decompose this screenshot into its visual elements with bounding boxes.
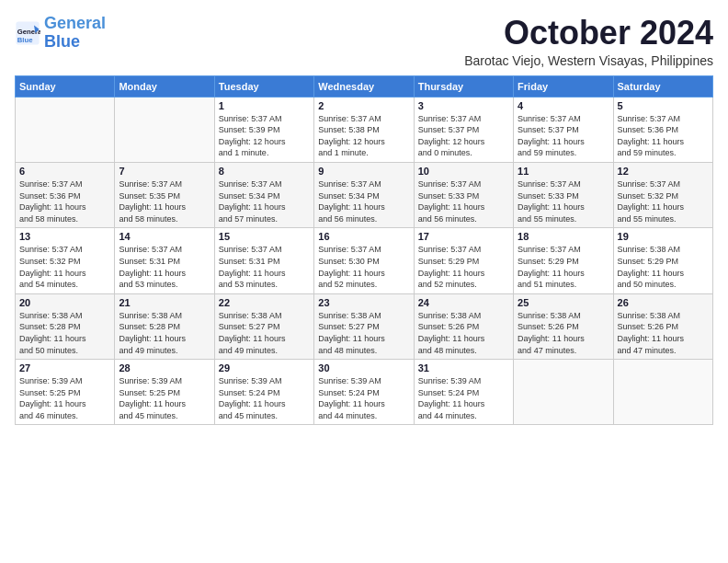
day-header-friday: Friday xyxy=(514,75,613,97)
day-info: Sunrise: 5:39 AMSunset: 5:24 PMDaylight:… xyxy=(318,375,409,421)
calendar-cell xyxy=(16,97,115,162)
logo: General Blue GeneralBlue xyxy=(15,15,106,52)
day-info: Sunrise: 5:37 AMSunset: 5:31 PMDaylight:… xyxy=(119,244,210,290)
day-info: Sunrise: 5:39 AMSunset: 5:24 PMDaylight:… xyxy=(219,375,310,421)
day-header-tuesday: Tuesday xyxy=(214,75,313,97)
day-header-sunday: Sunday xyxy=(16,75,115,97)
day-info: Sunrise: 5:37 AMSunset: 5:29 PMDaylight:… xyxy=(418,244,509,290)
day-number: 17 xyxy=(418,231,509,242)
calendar-cell xyxy=(115,97,214,162)
day-info: Sunrise: 5:39 AMSunset: 5:24 PMDaylight:… xyxy=(418,375,509,421)
svg-text:Blue: Blue xyxy=(17,36,33,44)
day-number: 25 xyxy=(518,297,609,308)
day-number: 3 xyxy=(418,100,509,111)
day-number: 29 xyxy=(219,362,310,373)
calendar-cell: 20Sunrise: 5:38 AMSunset: 5:28 PMDayligh… xyxy=(16,293,115,359)
month-title: October 2024 xyxy=(464,15,713,52)
day-number: 6 xyxy=(19,166,110,177)
calendar-cell: 13Sunrise: 5:37 AMSunset: 5:32 PMDayligh… xyxy=(16,228,115,293)
calendar-cell: 29Sunrise: 5:39 AMSunset: 5:24 PMDayligh… xyxy=(214,360,313,425)
day-number: 18 xyxy=(518,231,609,242)
calendar-cell xyxy=(514,360,613,425)
day-info: Sunrise: 5:37 AMSunset: 5:32 PMDaylight:… xyxy=(618,178,709,224)
day-info: Sunrise: 5:38 AMSunset: 5:26 PMDaylight:… xyxy=(618,310,709,356)
day-number: 19 xyxy=(618,231,709,242)
day-info: Sunrise: 5:37 AMSunset: 5:37 PMDaylight:… xyxy=(518,113,609,159)
calendar-cell: 15Sunrise: 5:37 AMSunset: 5:31 PMDayligh… xyxy=(214,228,313,293)
calendar-cell: 28Sunrise: 5:39 AMSunset: 5:25 PMDayligh… xyxy=(115,360,214,425)
day-info: Sunrise: 5:38 AMSunset: 5:28 PMDaylight:… xyxy=(19,310,110,356)
calendar-cell: 23Sunrise: 5:38 AMSunset: 5:27 PMDayligh… xyxy=(314,293,414,359)
calendar-cell: 9Sunrise: 5:37 AMSunset: 5:34 PMDaylight… xyxy=(314,162,414,227)
calendar-week-3: 13Sunrise: 5:37 AMSunset: 5:32 PMDayligh… xyxy=(16,228,713,293)
day-info: Sunrise: 5:37 AMSunset: 5:35 PMDaylight:… xyxy=(119,178,210,224)
day-info: Sunrise: 5:37 AMSunset: 5:37 PMDaylight:… xyxy=(418,113,509,159)
day-number: 22 xyxy=(219,297,310,308)
calendar-cell: 3Sunrise: 5:37 AMSunset: 5:37 PMDaylight… xyxy=(414,97,513,162)
calendar-cell: 6Sunrise: 5:37 AMSunset: 5:36 PMDaylight… xyxy=(16,162,115,227)
day-info: Sunrise: 5:37 AMSunset: 5:34 PMDaylight:… xyxy=(219,178,310,224)
day-info: Sunrise: 5:37 AMSunset: 5:36 PMDaylight:… xyxy=(618,113,709,159)
day-info: Sunrise: 5:38 AMSunset: 5:26 PMDaylight:… xyxy=(418,310,509,356)
title-block: October 2024 Barotac Viejo, Western Visa… xyxy=(464,15,713,68)
calendar-cell xyxy=(613,360,712,425)
day-number: 31 xyxy=(418,362,509,373)
calendar-cell: 19Sunrise: 5:38 AMSunset: 5:29 PMDayligh… xyxy=(613,228,712,293)
day-number: 12 xyxy=(618,166,709,177)
calendar-cell: 8Sunrise: 5:37 AMSunset: 5:34 PMDaylight… xyxy=(214,162,313,227)
day-number: 11 xyxy=(518,166,609,177)
calendar-cell: 7Sunrise: 5:37 AMSunset: 5:35 PMDaylight… xyxy=(115,162,214,227)
calendar-week-4: 20Sunrise: 5:38 AMSunset: 5:28 PMDayligh… xyxy=(16,293,713,359)
calendar-week-5: 27Sunrise: 5:39 AMSunset: 5:25 PMDayligh… xyxy=(16,360,713,425)
day-info: Sunrise: 5:37 AMSunset: 5:31 PMDaylight:… xyxy=(219,244,310,290)
day-info: Sunrise: 5:37 AMSunset: 5:33 PMDaylight:… xyxy=(518,178,609,224)
day-header-wednesday: Wednesday xyxy=(314,75,414,97)
page-header: General Blue GeneralBlue October 2024 Ba… xyxy=(15,15,713,68)
calendar-cell: 16Sunrise: 5:37 AMSunset: 5:30 PMDayligh… xyxy=(314,228,414,293)
calendar-cell: 11Sunrise: 5:37 AMSunset: 5:33 PMDayligh… xyxy=(514,162,613,227)
calendar-cell: 4Sunrise: 5:37 AMSunset: 5:37 PMDaylight… xyxy=(514,97,613,162)
day-number: 24 xyxy=(418,297,509,308)
day-number: 1 xyxy=(219,100,310,111)
calendar-week-1: 1Sunrise: 5:37 AMSunset: 5:39 PMDaylight… xyxy=(16,97,713,162)
day-info: Sunrise: 5:37 AMSunset: 5:38 PMDaylight:… xyxy=(318,113,409,159)
day-number: 5 xyxy=(618,100,709,111)
calendar-cell: 14Sunrise: 5:37 AMSunset: 5:31 PMDayligh… xyxy=(115,228,214,293)
calendar-cell: 18Sunrise: 5:37 AMSunset: 5:29 PMDayligh… xyxy=(514,228,613,293)
calendar-cell: 12Sunrise: 5:37 AMSunset: 5:32 PMDayligh… xyxy=(613,162,712,227)
calendar-cell: 24Sunrise: 5:38 AMSunset: 5:26 PMDayligh… xyxy=(414,293,513,359)
day-number: 4 xyxy=(518,100,609,111)
day-number: 20 xyxy=(19,297,110,308)
day-info: Sunrise: 5:38 AMSunset: 5:28 PMDaylight:… xyxy=(119,310,210,356)
day-header-saturday: Saturday xyxy=(613,75,712,97)
calendar-table: SundayMondayTuesdayWednesdayThursdayFrid… xyxy=(15,75,713,426)
day-info: Sunrise: 5:38 AMSunset: 5:27 PMDaylight:… xyxy=(219,310,310,356)
calendar-cell: 2Sunrise: 5:37 AMSunset: 5:38 PMDaylight… xyxy=(314,97,414,162)
calendar-cell: 10Sunrise: 5:37 AMSunset: 5:33 PMDayligh… xyxy=(414,162,513,227)
day-number: 13 xyxy=(19,231,110,242)
day-number: 26 xyxy=(618,297,709,308)
calendar-cell: 26Sunrise: 5:38 AMSunset: 5:26 PMDayligh… xyxy=(613,293,712,359)
calendar-header-row: SundayMondayTuesdayWednesdayThursdayFrid… xyxy=(16,75,713,97)
calendar-cell: 31Sunrise: 5:39 AMSunset: 5:24 PMDayligh… xyxy=(414,360,513,425)
day-number: 2 xyxy=(318,100,409,111)
day-number: 21 xyxy=(119,297,210,308)
day-info: Sunrise: 5:38 AMSunset: 5:26 PMDaylight:… xyxy=(518,310,609,356)
day-number: 27 xyxy=(19,362,110,373)
day-header-thursday: Thursday xyxy=(414,75,513,97)
day-info: Sunrise: 5:39 AMSunset: 5:25 PMDaylight:… xyxy=(19,375,110,421)
calendar-cell: 30Sunrise: 5:39 AMSunset: 5:24 PMDayligh… xyxy=(314,360,414,425)
calendar-cell: 27Sunrise: 5:39 AMSunset: 5:25 PMDayligh… xyxy=(16,360,115,425)
calendar-cell: 21Sunrise: 5:38 AMSunset: 5:28 PMDayligh… xyxy=(115,293,214,359)
day-info: Sunrise: 5:37 AMSunset: 5:30 PMDaylight:… xyxy=(318,244,409,290)
day-header-monday: Monday xyxy=(115,75,214,97)
calendar-cell: 17Sunrise: 5:37 AMSunset: 5:29 PMDayligh… xyxy=(414,228,513,293)
day-number: 14 xyxy=(119,231,210,242)
calendar-cell: 22Sunrise: 5:38 AMSunset: 5:27 PMDayligh… xyxy=(214,293,313,359)
day-number: 28 xyxy=(119,362,210,373)
day-number: 9 xyxy=(318,166,409,177)
day-number: 10 xyxy=(418,166,509,177)
day-info: Sunrise: 5:37 AMSunset: 5:39 PMDaylight:… xyxy=(219,113,310,159)
calendar-cell: 5Sunrise: 5:37 AMSunset: 5:36 PMDaylight… xyxy=(613,97,712,162)
day-info: Sunrise: 5:37 AMSunset: 5:36 PMDaylight:… xyxy=(19,178,110,224)
